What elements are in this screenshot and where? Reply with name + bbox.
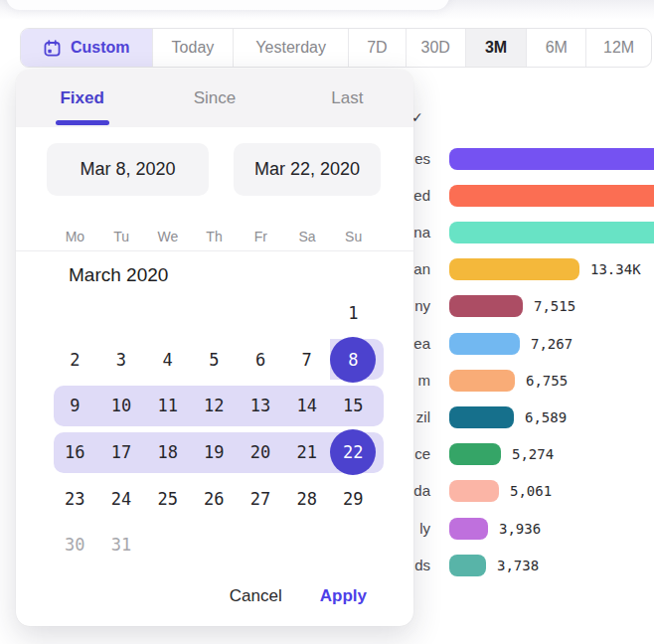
calendar-week: 2345678	[52, 337, 377, 384]
day-number: 15	[343, 396, 363, 415]
day-number: 7	[302, 350, 312, 370]
day-number: 5	[209, 350, 219, 370]
bar-value: 5,274	[512, 442, 554, 466]
day-number: 25	[157, 489, 177, 509]
day-5[interactable]: 5	[191, 337, 238, 384]
day-number: 29	[343, 489, 363, 509]
weekday-label: Su	[330, 226, 377, 247]
active-tab-underline	[56, 120, 109, 125]
bar	[449, 443, 501, 465]
calendar-week: 3031	[52, 522, 377, 568]
weekday-label: Mo	[52, 226, 98, 247]
tab-last[interactable]: Last	[281, 70, 413, 127]
day-number: 4	[163, 350, 173, 370]
start-date-input[interactable]: Mar 8, 2020	[47, 143, 209, 196]
bar-value: 6,755	[526, 369, 568, 393]
day-15[interactable]: 15	[330, 383, 377, 429]
day-24[interactable]: 24	[98, 475, 145, 522]
day-11[interactable]: 11	[144, 383, 191, 429]
day-9[interactable]: 9	[52, 383, 98, 429]
day-18[interactable]: 18	[144, 429, 191, 476]
day-2[interactable]: 2	[52, 337, 98, 384]
day-7[interactable]: 7	[283, 337, 330, 384]
day-number: 30	[65, 535, 84, 555]
day-16[interactable]: 16	[52, 429, 98, 476]
day-31[interactable]: 31	[98, 522, 145, 568]
range-button-12m[interactable]: 12M	[585, 29, 651, 67]
bar-value: 13.34K	[590, 257, 641, 281]
range-button-30d[interactable]: 30D	[406, 29, 465, 67]
day-6[interactable]: 6	[238, 337, 284, 384]
bar-value: 3,936	[499, 517, 541, 541]
weekday-row: MoTuWeThFrSaSu	[52, 226, 377, 247]
calendar-week: 23242526272829	[52, 475, 377, 522]
day-1[interactable]: 1	[330, 290, 377, 337]
day-21[interactable]: 21	[283, 429, 330, 476]
tab-since-label: Since	[194, 88, 237, 108]
bar	[449, 518, 488, 540]
weekday-label: Tu	[98, 226, 145, 247]
weekday-label: Fr	[238, 226, 284, 247]
bar-value: 7,267	[531, 332, 572, 356]
day-number: 2	[70, 350, 80, 370]
calendar-week: 1	[52, 290, 377, 337]
bar	[449, 222, 654, 243]
day-12[interactable]: 12	[191, 383, 238, 429]
tab-fixed[interactable]: Fixed	[16, 70, 148, 127]
day-number: 13	[250, 396, 270, 415]
day-29[interactable]: 29	[330, 475, 377, 522]
range-button-3m[interactable]: 3M	[465, 29, 527, 67]
day-10[interactable]: 10	[98, 383, 145, 429]
bar-value: 6,589	[525, 405, 567, 429]
day-4[interactable]: 4	[144, 337, 191, 384]
day-3[interactable]: 3	[98, 337, 145, 384]
weekday-label: Sa	[284, 226, 331, 247]
date-picker-tabs: Fixed Since Last	[16, 70, 413, 127]
day-number: 6	[255, 350, 265, 370]
screen: es ed na an 13.34K ny 7,515 ea 7,267 m 6…	[0, 0, 654, 644]
bar	[449, 370, 515, 392]
cancel-button[interactable]: Cancel	[230, 586, 282, 606]
bar-value: 3,738	[497, 554, 539, 577]
bar	[449, 333, 520, 355]
bar	[449, 555, 486, 576]
month-title: March 2020	[69, 264, 168, 286]
apply-button[interactable]: Apply	[320, 586, 367, 606]
day-14[interactable]: 14	[283, 383, 330, 429]
range-button-custom[interactable]: Custom	[21, 29, 152, 67]
range-button-yesterday[interactable]: Yesterday	[233, 29, 348, 67]
day-22[interactable]: 22	[330, 429, 377, 476]
weekday-label: We	[144, 226, 191, 247]
tab-last-label: Last	[331, 88, 363, 108]
day-number: 23	[65, 489, 84, 509]
popup-footer: Cancel Apply	[230, 586, 367, 606]
day-number: 24	[111, 489, 131, 509]
bar	[449, 406, 514, 428]
range-button-today[interactable]: Today	[152, 29, 234, 67]
day-30[interactable]: 30	[52, 522, 98, 568]
day-19[interactable]: 19	[191, 429, 238, 476]
day-27[interactable]: 27	[238, 475, 284, 522]
day-number: 20	[250, 442, 270, 462]
calendar-grid: 1234567891011121314151617181920212223242…	[52, 290, 377, 568]
day-8[interactable]: 8	[330, 337, 377, 384]
day-13[interactable]: 13	[238, 383, 284, 429]
bar-value: 5,061	[510, 479, 552, 503]
day-number: 28	[296, 489, 316, 509]
day-26[interactable]: 26	[191, 475, 238, 522]
day-20[interactable]: 20	[238, 429, 284, 476]
tab-since[interactable]: Since	[148, 70, 280, 127]
end-date-input[interactable]: Mar 22, 2020	[234, 143, 381, 196]
range-button-6m[interactable]: 6M	[526, 29, 585, 67]
day-28[interactable]: 28	[283, 475, 330, 522]
range-button-7d[interactable]: 7D	[348, 29, 406, 67]
day-number: 19	[204, 442, 224, 462]
day-number: 12	[204, 396, 224, 415]
day-number: 3	[116, 350, 126, 370]
day-17[interactable]: 17	[98, 429, 145, 476]
day-number: 17	[111, 442, 131, 462]
day-23[interactable]: 23	[52, 475, 98, 522]
bar	[449, 295, 523, 317]
day-number: 14	[296, 396, 316, 415]
day-25[interactable]: 25	[144, 475, 191, 522]
